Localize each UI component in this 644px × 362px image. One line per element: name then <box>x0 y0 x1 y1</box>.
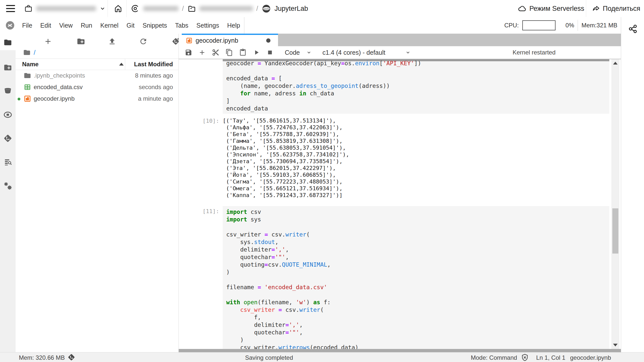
add-cell-icon[interactable] <box>198 49 206 56</box>
home-button[interactable] <box>113 0 124 17</box>
code-editor[interactable]: import csvimport sys csv_writer = csv.wr… <box>223 206 609 349</box>
trust-shield-icon[interactable] <box>521 353 529 361</box>
folder-icon <box>24 72 31 79</box>
notebook-scrollbar[interactable] <box>611 59 619 349</box>
notebook-file-icon <box>186 37 193 44</box>
serverless-mode-button[interactable]: Режим Serverless <box>518 0 584 17</box>
column-divider <box>125 59 125 70</box>
breadcrumb-separator: / <box>182 5 184 13</box>
file-row-geocoder-ipynb[interactable]: geocoder.ipynb a minute ago <box>16 93 178 104</box>
app-title[interactable]: JupyterLab <box>274 5 308 13</box>
scrollbar-thumb[interactable] <box>612 208 618 254</box>
code-editor[interactable]: geocoder = YandexGeocoder(api_key=os.env… <box>223 59 609 114</box>
topbar-divider <box>586 0 586 17</box>
chevron-down-icon <box>306 50 311 55</box>
menubar-divider <box>244 17 244 34</box>
share-label: Поделиться <box>603 5 640 13</box>
jupyterlab-window: / / jupyter JupyterLab Режим Serverless <box>0 0 644 362</box>
code-cell[interactable]: [11]: import csvimport sys csv_writer = … <box>179 206 611 349</box>
hamburger-menu-icon[interactable] <box>6 5 15 12</box>
sort-ascending-icon[interactable] <box>119 63 124 66</box>
menu-edit[interactable]: Edit <box>36 17 55 34</box>
scrollbar-up-arrow[interactable] <box>613 62 618 65</box>
settings-gears-icon[interactable] <box>4 182 12 190</box>
ticket-name-redacted[interactable] <box>200 6 253 11</box>
run-cell-icon[interactable] <box>253 49 260 56</box>
menu-kernel[interactable]: Kernel <box>96 17 122 34</box>
top-bar: / / jupyter JupyterLab Режим Serverless <box>0 0 644 17</box>
save-icon[interactable] <box>185 49 192 56</box>
home-icon <box>114 4 123 13</box>
file-modified: 8 minutes ago <box>135 72 173 79</box>
activity-bar-background <box>0 50 16 352</box>
column-last-modified[interactable]: Last Modified <box>134 61 173 68</box>
folder-outline-icon <box>188 4 196 13</box>
dock-tab-bar: geocoder.ipynb <box>179 34 621 46</box>
stop-kernel-icon[interactable] <box>266 49 274 56</box>
notebook-file-icon <box>24 95 31 102</box>
menu-file[interactable]: File <box>18 17 36 34</box>
copy-cells-icon[interactable] <box>225 49 233 56</box>
code-lines: import csvimport sys csv_writer = csv.wr… <box>223 206 609 349</box>
svg-text:jupyter: jupyter <box>263 8 270 10</box>
file-row-ipynb-checkpoints[interactable]: .ipynb_checkpoints 8 minutes ago <box>16 70 178 81</box>
project-circle-icon[interactable] <box>131 4 140 13</box>
notebook-tab[interactable]: geocoder.ipynb <box>182 34 278 46</box>
menu-snippets[interactable]: Snippets <box>139 17 171 34</box>
cloud-icon <box>518 4 526 13</box>
kernel-dropdown[interactable]: c1.4 (4 cores) - default <box>323 49 410 56</box>
menu-help[interactable]: Help <box>223 17 244 34</box>
notebook-scroll-area[interactable]: geocoder = YandexGeocoder(api_key=os.env… <box>179 59 611 349</box>
column-name[interactable]: Name <box>22 61 38 68</box>
upload-icon[interactable] <box>108 37 116 46</box>
menu-run[interactable]: Run <box>77 17 96 34</box>
save-status: Saving completed <box>245 354 293 361</box>
root-path[interactable]: / <box>34 49 35 56</box>
cursor-position[interactable]: Ln 1, Col 1 <box>536 354 565 361</box>
breadcrumb: / / jupyter JupyterLab <box>131 0 308 17</box>
git-icon[interactable] <box>4 134 12 143</box>
cut-cells-icon[interactable] <box>212 49 219 56</box>
unsaved-changes-dot[interactable] <box>266 38 270 43</box>
running-sessions-icon[interactable] <box>4 110 12 119</box>
file-row-encoded-data-csv[interactable]: encoded_data.csv seconds ago <box>16 81 178 93</box>
cpu-percent: 0% <box>566 22 574 29</box>
file-name: .ipynb_checkpoints <box>34 72 85 79</box>
file-browser-icon[interactable] <box>4 38 12 47</box>
menu-view[interactable]: View <box>55 17 77 34</box>
workspace-selector[interactable] <box>24 0 106 17</box>
notebook-toolbar: Code c1.4 (4 cores) - default Kernel res… <box>179 46 621 59</box>
bucket-icon[interactable] <box>4 86 12 95</box>
paste-cells-icon[interactable] <box>239 49 247 56</box>
kernel-name-value: c1.4 (4 cores) - default <box>323 49 385 56</box>
project-name-redacted[interactable] <box>143 6 178 11</box>
cpu-label: CPU: <box>504 22 519 29</box>
chevron-down-icon <box>405 50 410 55</box>
scrollbar-down-arrow[interactable] <box>613 344 618 346</box>
graph-share-icon[interactable] <box>628 24 638 34</box>
menu-tabs[interactable]: Tabs <box>171 17 193 34</box>
file-browser-breadcrumb[interactable]: / <box>23 48 35 57</box>
table-of-contents-search-icon[interactable] <box>4 158 12 166</box>
new-launcher-icon[interactable] <box>44 37 52 46</box>
cell-type-dropdown[interactable]: Code <box>285 49 311 56</box>
share-button[interactable]: Поделиться <box>592 0 640 17</box>
tab-title: geocoder.ipynb <box>196 37 238 44</box>
code-lines: geocoder = YandexGeocoder(api_key=os.env… <box>223 59 609 114</box>
topbar-divider <box>126 0 127 17</box>
mode-indicator[interactable]: Mode: Command <box>471 354 517 361</box>
memory-status: Mem: 320.66 MB <box>19 354 65 361</box>
new-folder-icon[interactable] <box>4 63 12 72</box>
file-name: encoded_data.csv <box>34 84 83 91</box>
cpu-usage-meter <box>522 20 556 30</box>
git-status-icon[interactable] <box>67 353 75 361</box>
output-area[interactable]: [10]: [('Тау', '[55.861615,37.513134]'),… <box>179 117 611 199</box>
menu-settings[interactable]: Settings <box>192 17 223 34</box>
new-folder-icon[interactable] <box>77 37 85 46</box>
file-modified: seconds ago <box>139 84 173 91</box>
chevron-down-icon <box>100 6 106 12</box>
menu-git[interactable]: Git <box>122 17 139 34</box>
code-cell[interactable]: geocoder = YandexGeocoder(api_key=os.env… <box>179 59 611 114</box>
refresh-icon[interactable] <box>139 37 148 46</box>
tab-bar-lead <box>179 34 182 46</box>
